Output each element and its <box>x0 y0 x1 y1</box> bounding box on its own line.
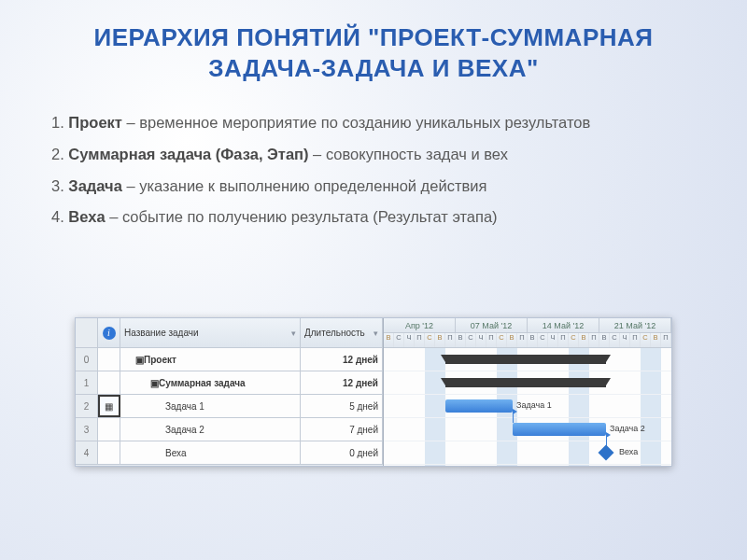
milestone-diamond[interactable] <box>599 445 614 461</box>
row-name[interactable]: ▣ Суммарная задача <box>120 371 301 394</box>
timeline-days: ВСЧПСВП ВСЧПСВП ВСЧПСВП ВСЧПСВП <box>384 333 671 348</box>
bar-label: Задача 2 <box>610 424 645 433</box>
timeline-weeks: Апр '12 07 Май '12 14 Май '12 21 Май '12 <box>384 318 671 333</box>
col-index <box>76 318 98 347</box>
definitions-list: 1. Проект – временное мероприятие по соз… <box>0 91 747 233</box>
def-item: 1. Проект – временное мероприятие по соз… <box>51 107 696 139</box>
phase-summary-bar[interactable] <box>445 378 606 387</box>
table-header-row: i Название задачи▾ Длительность▾ <box>76 318 383 348</box>
row-info <box>98 441 120 464</box>
row-duration[interactable]: 0 дней <box>301 441 383 464</box>
table-row[interactable]: 1 ▣ Суммарная задача 12 дней <box>76 371 383 395</box>
def-item: 2. Суммарная задача (Фаза, Этап) – совок… <box>51 139 696 171</box>
msproject-screenshot: i Название задачи▾ Длительность▾ 0 ▣ Про… <box>75 317 672 467</box>
gantt-row: Веха <box>384 441 671 465</box>
table-row[interactable]: 4 Веха 0 дней <box>76 441 383 465</box>
col-info: i <box>98 318 120 347</box>
row-index: 4 <box>76 441 98 464</box>
info-icon: i <box>103 327 116 340</box>
bar-label: Задача 1 <box>516 400 552 410</box>
row-index: 1 <box>76 371 98 394</box>
sort-icon[interactable]: ▾ <box>374 329 378 338</box>
project-summary-bar[interactable] <box>445 355 606 364</box>
row-info: ▦ <box>98 395 120 417</box>
bar-label: Веха <box>619 447 638 456</box>
table-row[interactable]: 3 Задача 2 7 дней <box>76 418 383 441</box>
def-item: 3. Задача – указание к выполнению опреде… <box>51 171 696 203</box>
row-duration[interactable]: 5 дней <box>301 395 383 417</box>
gantt-row: Задача 1 <box>384 395 671 418</box>
row-index: 0 <box>76 348 98 371</box>
row-name[interactable]: Задача 2 <box>120 418 301 441</box>
task2-bar[interactable] <box>513 423 606 436</box>
gantt-row: Задача 2 <box>384 418 671 441</box>
row-name[interactable]: Задача 1 <box>120 395 301 417</box>
gantt-row <box>384 348 671 371</box>
week-label: 21 Май '12 <box>599 318 671 332</box>
week-label: 07 Май '12 <box>456 318 528 332</box>
sort-icon[interactable]: ▾ <box>291 329 296 338</box>
gantt-row <box>384 371 671 395</box>
row-index: 2 <box>76 395 98 417</box>
row-duration[interactable]: 12 дней <box>301 371 383 394</box>
week-label: Апр '12 <box>384 318 456 332</box>
row-index: 3 <box>76 418 98 441</box>
col-name[interactable]: Название задачи▾ <box>120 318 301 347</box>
row-name[interactable]: ▣ Проект <box>120 348 301 371</box>
task1-bar[interactable] <box>445 399 513 413</box>
gantt-chart: Апр '12 07 Май '12 14 Май '12 21 Май '12… <box>384 318 671 466</box>
task-table: i Название задачи▾ Длительность▾ 0 ▣ Про… <box>76 318 384 466</box>
row-duration[interactable]: 7 дней <box>301 418 383 441</box>
table-row[interactable]: 2 ▦ Задача 1 5 дней <box>76 395 383 418</box>
row-duration[interactable]: 12 дней <box>301 348 383 371</box>
table-row[interactable]: 0 ▣ Проект 12 дней <box>76 348 383 371</box>
row-info <box>98 418 120 441</box>
def-item: 4. Веха – событие по получению результат… <box>51 202 696 233</box>
col-duration[interactable]: Длительность▾ <box>301 318 383 347</box>
row-info <box>98 348 120 371</box>
week-label: 14 Май '12 <box>528 318 599 332</box>
row-name[interactable]: Веха <box>120 441 301 464</box>
row-info <box>98 371 120 394</box>
slide-title: ИЕРАРХИЯ ПОНЯТИЙ "ПРОЕКТ-СУММАРНАЯ ЗАДАЧ… <box>0 0 747 91</box>
